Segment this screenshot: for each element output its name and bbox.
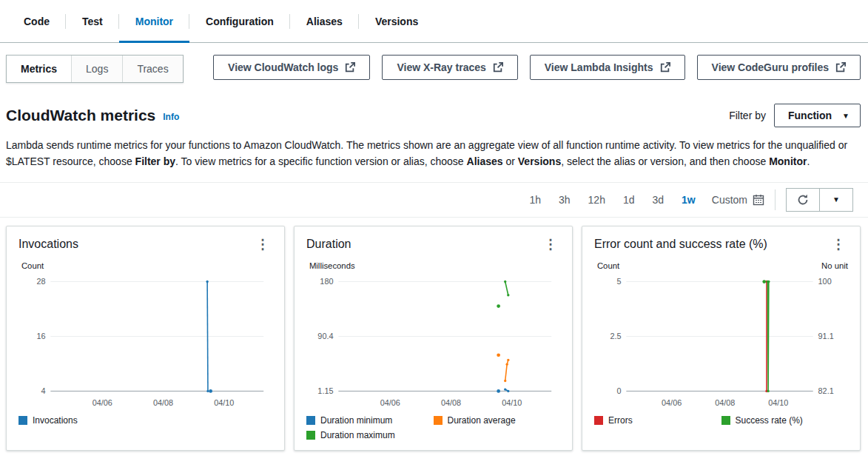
filter-function-dropdown[interactable]: Function ▼: [774, 104, 861, 127]
divider: [775, 189, 776, 210]
description-bold-term: Versions: [518, 155, 561, 167]
legend-item-invocations: Invocations: [18, 415, 146, 426]
chart-canvas-duration: Milliseconds18090.41.1504/0604/0804/10: [305, 258, 562, 412]
legend-item-duration-minimum: Duration minimum: [306, 415, 434, 426]
chart-card-header: Duration⋮: [305, 234, 562, 258]
view-codeguru-profiles-button[interactable]: View CodeGuru profiles: [697, 55, 861, 80]
section-header: CloudWatch metrics Info Filter by Functi…: [0, 93, 868, 127]
external-link-icon: [345, 62, 355, 73]
svg-text:28: 28: [36, 277, 45, 286]
view-lambda-insights-button[interactable]: View Lambda Insights: [530, 55, 685, 80]
subtab-traces[interactable]: Traces: [123, 56, 182, 82]
range-1h-button[interactable]: 1h: [529, 194, 541, 206]
tab-aliases[interactable]: Aliases: [290, 0, 359, 42]
tab-monitor[interactable]: Monitor: [119, 0, 189, 42]
svg-text:5: 5: [616, 277, 621, 286]
filter-by-label: Filter by: [729, 110, 766, 121]
range-1d-button[interactable]: 1d: [623, 194, 635, 206]
svg-text:04/08: 04/08: [153, 398, 173, 407]
svg-text:180: 180: [320, 277, 333, 286]
range-12h-button[interactable]: 12h: [588, 194, 605, 206]
subtab-metrics[interactable]: Metrics: [7, 56, 72, 82]
svg-text:2.5: 2.5: [610, 332, 621, 340]
description-bold-term: Aliases: [467, 155, 503, 167]
legend-swatch-icon: [306, 416, 315, 425]
refresh-button[interactable]: [786, 188, 820, 212]
legend-label: Errors: [608, 415, 633, 426]
external-link-icon: [493, 62, 503, 73]
button-label: View CloudWatch logs: [228, 61, 338, 73]
chart-legend-invocations: Invocations: [17, 412, 274, 431]
kebab-menu-icon[interactable]: ⋮: [829, 236, 848, 252]
chart-plot-duration: Milliseconds18090.41.1504/0604/0804/10: [305, 258, 562, 412]
tab-configuration[interactable]: Configuration: [189, 0, 290, 42]
description-bold-term: Monitor: [769, 155, 807, 167]
description-text: .: [807, 155, 810, 167]
button-label: View CodeGuru profiles: [712, 61, 829, 73]
svg-text:91.1: 91.1: [818, 332, 834, 340]
svg-text:Count: Count: [21, 261, 44, 270]
custom-range-label: Custom: [712, 194, 747, 206]
view-x-ray-traces-button[interactable]: View X-Ray traces: [382, 55, 517, 80]
metrics-description: Lambda sends runtime metrics for your fu…: [0, 127, 868, 170]
chart-card-duration: Duration⋮Milliseconds18090.41.1504/0604/…: [294, 226, 573, 451]
legend-label: Invocations: [33, 415, 78, 426]
metrics-cards-row: Invocations⋮Count2816404/0604/0804/10Inv…: [0, 218, 868, 458]
legend-item-errors: Errors: [594, 415, 721, 426]
legend-swatch-icon: [306, 431, 315, 440]
description-bold-term: Filter by: [135, 155, 175, 167]
chart-card-header: Error count and success rate (%)⋮: [593, 234, 850, 258]
chart-plot-error-count-and-success-rate: CountNo unit52.5010091.182.104/0604/0804…: [593, 258, 850, 412]
calendar-icon: [753, 194, 764, 206]
refresh-options-dropdown[interactable]: ▼: [819, 188, 853, 212]
kebab-menu-icon[interactable]: ⋮: [253, 236, 272, 252]
svg-text:04/06: 04/06: [92, 398, 112, 407]
filter-control: Filter by Function ▼: [729, 104, 861, 127]
legend-swatch-icon: [594, 416, 603, 425]
kebab-menu-icon[interactable]: ⋮: [541, 236, 560, 252]
svg-text:16: 16: [36, 332, 45, 340]
svg-text:1.15: 1.15: [317, 386, 333, 395]
legend-label: Duration average: [448, 415, 516, 426]
range-3h-button[interactable]: 3h: [559, 194, 571, 206]
chart-title-duration: Duration: [306, 238, 351, 251]
tab-test[interactable]: Test: [66, 0, 119, 42]
chart-card-header: Invocations⋮: [17, 234, 274, 258]
range-3d-button[interactable]: 3d: [653, 194, 665, 206]
svg-text:04/08: 04/08: [441, 398, 461, 407]
page-title: CloudWatch metrics: [6, 107, 155, 124]
chart-plot-invocations: Count2816404/0604/0804/10: [17, 258, 274, 412]
svg-text:100: 100: [818, 277, 832, 286]
legend-label: Success rate (%): [736, 415, 803, 426]
refresh-icon: [797, 194, 809, 206]
info-link[interactable]: Info: [163, 112, 179, 122]
description-text: . To view metrics for a specific functio…: [175, 155, 466, 167]
button-label: View X-Ray traces: [397, 61, 485, 73]
caret-down-icon: ▼: [832, 195, 840, 204]
legend-label: Duration minimum: [320, 415, 392, 426]
lambda-monitor-page: CodeTestMonitorConfigurationAliasesVersi…: [0, 0, 868, 458]
custom-range-button[interactable]: Custom: [712, 194, 764, 206]
svg-text:90.4: 90.4: [317, 332, 333, 340]
chart-legend-duration: Duration minimumDuration averageDuration…: [305, 412, 562, 446]
button-label: View Lambda Insights: [545, 61, 653, 73]
chart-title-invocations: Invocations: [18, 238, 78, 251]
svg-text:04/06: 04/06: [662, 398, 682, 407]
legend-item-duration-average: Duration average: [434, 415, 561, 426]
svg-text:No unit: No unit: [821, 261, 849, 270]
range-1w-button[interactable]: 1w: [682, 194, 696, 206]
svg-text:Count: Count: [597, 261, 620, 270]
svg-text:04/08: 04/08: [715, 398, 735, 407]
tab-code[interactable]: Code: [7, 0, 66, 42]
svg-text:82.1: 82.1: [818, 386, 834, 395]
legend-swatch-icon: [18, 416, 27, 425]
svg-text:0: 0: [616, 386, 621, 395]
main-tab-bar: CodeTestMonitorConfigurationAliasesVersi…: [0, 0, 868, 43]
view-cloudwatch-logs-button[interactable]: View CloudWatch logs: [213, 55, 370, 80]
tab-versions[interactable]: Versions: [359, 0, 434, 42]
subtab-logs[interactable]: Logs: [72, 56, 123, 82]
legend-item-duration-maximum: Duration maximum: [306, 430, 434, 440]
svg-text:04/10: 04/10: [768, 398, 788, 407]
time-range-group: 1h3h12h1d3d1w: [529, 194, 695, 206]
external-link-icon: [835, 62, 846, 73]
